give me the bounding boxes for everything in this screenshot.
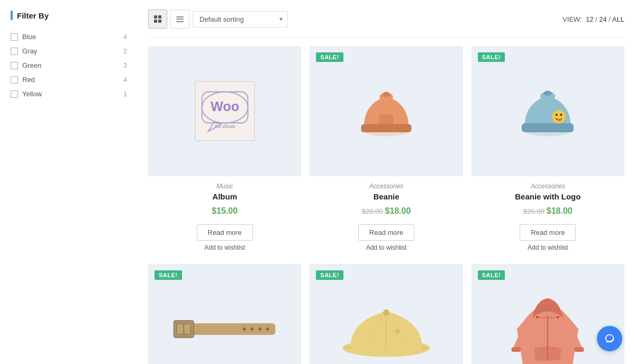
read-more-button[interactable]: Read more [358, 224, 414, 241]
product-name: Beanie with Logo [474, 192, 622, 201]
toolbar-left: Default sorting Sort by popularity Sort … [148, 10, 288, 29]
view-label: VIEW: [563, 15, 582, 23]
product-image-wrap[interactable]: SALE! [471, 264, 624, 364]
filter-count-gray: 2 [123, 48, 127, 55]
sidebar: Filter By Blue 4 Gray 2 Green 3 Red 4 Ye… [0, 0, 138, 364]
filter-label-blue: Blue [22, 33, 36, 41]
product-image-wrap[interactable]: SALE! [471, 46, 624, 176]
product-category: Accessories [474, 183, 622, 190]
view-12-link[interactable]: 12 [586, 15, 593, 23]
sale-badge: SALE! [478, 270, 505, 280]
filter-item-left: Blue [11, 33, 36, 41]
filter-checkbox-red[interactable] [11, 76, 18, 84]
filter-label-yellow: Yellow [22, 90, 42, 98]
product-category: Music [150, 183, 299, 190]
filter-count-blue: 4 [123, 33, 127, 41]
filter-checkbox-green[interactable] [11, 62, 18, 69]
svg-rect-34 [512, 347, 521, 352]
product-actions: Read more Add to wishlist [471, 224, 624, 256]
add-to-wishlist-link[interactable]: Add to wishlist [366, 244, 407, 251]
svg-point-14 [556, 114, 558, 116]
product-card-1: Woo the album Music Album $15.00 Read mo… [148, 46, 301, 256]
product-image-wrap[interactable]: SALE! [148, 264, 301, 364]
product-price: $20.00$18.00 [312, 206, 460, 216]
filter-item-left: Green [11, 61, 41, 69]
add-to-wishlist-link[interactable]: Add to wishlist [204, 244, 245, 251]
sort-select-wrap: Default sorting Sort by popularity Sort … [193, 11, 288, 28]
svg-rect-12 [522, 123, 574, 132]
product-actions: Read more Add to wishlist [148, 224, 301, 256]
filter-title: Filter By [11, 11, 127, 20]
filter-checkbox-gray[interactable] [11, 48, 18, 55]
svg-point-16 [558, 119, 561, 121]
product-card-3: SALE! Accessories Beanie with Logo $20.0… [471, 46, 624, 256]
add-to-wishlist-link[interactable]: Add to wishlist [528, 244, 568, 251]
price-original: $20.00 [523, 207, 545, 215]
product-grid: Woo the album Music Album $15.00 Read mo… [148, 46, 624, 364]
filter-item-left: Gray [11, 47, 37, 55]
read-more-button[interactable]: Read more [520, 224, 576, 241]
filter-item-yellow: Yellow 1 [11, 87, 127, 101]
toolbar: Default sorting Sort by popularity Sort … [148, 5, 624, 38]
sale-badge: SALE! [478, 52, 505, 62]
read-more-button[interactable]: Read more [197, 224, 253, 241]
filter-checkbox-blue[interactable] [11, 33, 18, 41]
product-price: $15.00 [150, 206, 299, 216]
svg-point-26 [242, 327, 246, 331]
svg-point-29 [266, 327, 269, 331]
filter-count-red: 4 [123, 76, 127, 84]
product-info: Music Album $15.00 [148, 176, 301, 224]
product-card-2: SALE! Accessories Beanie $20.00$18.00 Re… [310, 46, 462, 256]
filter-item-green: Green 3 [11, 58, 127, 72]
sort-select[interactable]: Default sorting Sort by popularity Sort … [193, 11, 288, 28]
product-info: Accessories Beanie with Logo $20.00$18.0… [471, 176, 624, 224]
svg-rect-35 [575, 347, 584, 352]
chat-icon [604, 333, 615, 344]
grid-icon [154, 15, 161, 23]
filter-label-green: Green [22, 61, 41, 69]
view-24-link[interactable]: 24 [599, 15, 606, 23]
product-category: Accessories [312, 183, 460, 190]
view-all-link[interactable]: ALL [612, 15, 624, 23]
product-card-4: SALE! Accessories Belt $65.00$55.00 [148, 264, 301, 364]
product-image-wrap[interactable]: Woo the album [148, 46, 301, 176]
svg-text:Woo: Woo [211, 99, 239, 114]
svg-point-27 [250, 327, 253, 331]
price-current: $15.00 [212, 206, 238, 215]
svg-point-28 [258, 327, 261, 331]
filter-count-yellow: 1 [123, 90, 127, 98]
svg-point-37 [557, 316, 559, 318]
product-price: $20.00$18.00 [474, 206, 622, 216]
main-content: Default sorting Sort by popularity Sort … [138, 0, 635, 364]
product-image-wrap[interactable]: SALE! [310, 46, 462, 176]
filter-label-gray: Gray [22, 47, 37, 55]
price-current: $18.00 [547, 206, 573, 215]
filter-item-blue: Blue 4 [11, 30, 127, 44]
sale-badge: SALE! [316, 52, 343, 62]
filter-item-gray: Gray 2 [11, 44, 127, 58]
filter-label-red: Red [22, 76, 35, 84]
svg-point-36 [537, 316, 539, 318]
product-card-6: SALE! Clothing Hoodie [471, 264, 624, 364]
filter-checkbox-yellow[interactable] [11, 90, 18, 98]
grid-view-button[interactable] [148, 10, 167, 29]
product-info: Accessories Beanie $20.00$18.00 [310, 176, 462, 224]
filter-item-left: Yellow [11, 90, 42, 98]
price-current: $18.00 [385, 206, 411, 215]
product-image [310, 46, 462, 176]
sale-badge: SALE! [155, 270, 182, 280]
product-image [471, 46, 624, 176]
product-name: Beanie [312, 192, 460, 201]
svg-point-31 [384, 310, 389, 315]
product-card-5: SALE! Accessories Cap $18.00$16.00 Re [310, 264, 462, 364]
svg-point-13 [552, 110, 566, 123]
chat-button[interactable] [597, 326, 622, 351]
svg-rect-8 [379, 115, 393, 125]
filter-item-red: Red 4 [11, 72, 127, 87]
svg-point-18 [544, 90, 552, 96]
product-actions: Read more Add to wishlist [310, 224, 462, 256]
svg-point-15 [560, 114, 562, 116]
svg-point-10 [383, 92, 390, 97]
list-view-button[interactable] [170, 10, 189, 29]
product-image-wrap[interactable]: SALE! [310, 264, 462, 364]
